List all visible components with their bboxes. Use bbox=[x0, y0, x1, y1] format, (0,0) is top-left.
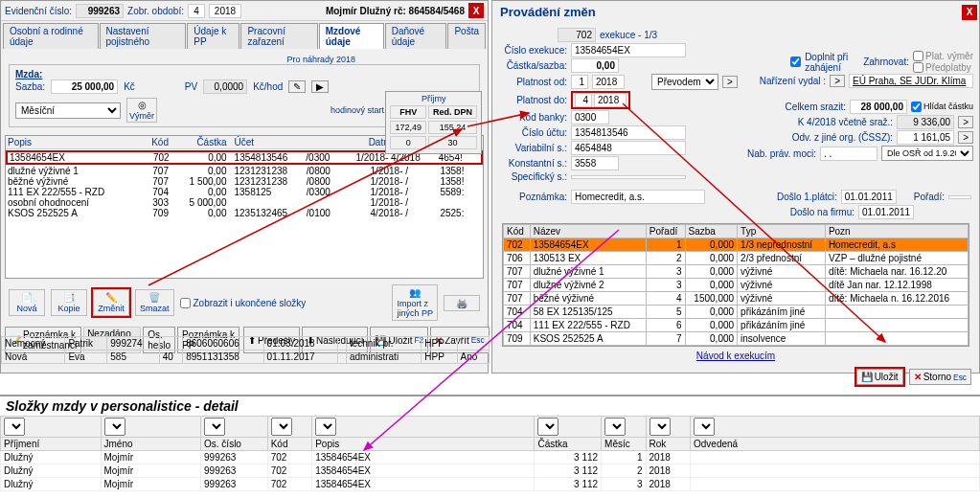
detail-row[interactable]: DlužnýMojmír99926370213584654EX3 1123201… bbox=[1, 478, 980, 491]
list-h-popis[interactable]: Popis bbox=[6, 136, 139, 148]
detail-filter[interactable] bbox=[537, 418, 558, 436]
tab-2[interactable]: Údaje k PP bbox=[187, 23, 239, 49]
detail-header[interactable]: Kód bbox=[267, 438, 311, 451]
tab-0[interactable]: Osobní a rodinné údaje bbox=[3, 23, 99, 49]
kod-banky[interactable]: 0300 bbox=[571, 110, 609, 124]
doplnit-checkbox[interactable] bbox=[790, 57, 801, 67]
navod-link[interactable]: Návod k exekucím bbox=[696, 351, 775, 361]
detail-filter[interactable] bbox=[4, 418, 25, 436]
sazba-value[interactable]: 25 000,00 bbox=[51, 79, 118, 94]
exec-row[interactable]: 706130513 EX20,0002/3 přednostníVZP – dl… bbox=[504, 252, 969, 265]
detail-filter[interactable] bbox=[604, 418, 626, 436]
detail-header[interactable]: Odvedená bbox=[691, 438, 980, 451]
employee-table[interactable]: NemocnýPatrik999274860606060601.03.2018t… bbox=[1, 336, 490, 364]
zobr-ukonc-checkbox[interactable]: Zobrazit i ukončené složky bbox=[180, 298, 307, 308]
exec-header[interactable]: Pořadí bbox=[646, 225, 685, 238]
right-close-icon[interactable]: X bbox=[962, 5, 977, 20]
vymer-button[interactable]: ◎ Výměr bbox=[126, 98, 157, 123]
exec-header[interactable]: Sazba bbox=[685, 225, 738, 238]
import-button[interactable]: 👥Import z jiných PP bbox=[392, 284, 438, 321]
list-row[interactable]: KSOS 252525 A7090,001235132465/01004/201… bbox=[6, 208, 483, 218]
detail-filter[interactable] bbox=[694, 418, 715, 436]
detail-filter[interactable] bbox=[204, 418, 225, 436]
list-h-kod[interactable]: Kód bbox=[139, 136, 171, 148]
tab-5[interactable]: Daňové údaje bbox=[385, 23, 447, 49]
exec-header[interactable]: Název bbox=[530, 225, 646, 238]
hlidat-checkbox[interactable]: Hlídat částku bbox=[911, 102, 973, 112]
list-h-ucet[interactable]: Účet bbox=[229, 136, 305, 148]
detail-header[interactable]: Měsíc bbox=[602, 438, 646, 451]
detail-row[interactable]: DlužnýMojmír99926370213584654EX3 1121201… bbox=[1, 451, 980, 464]
tab-1[interactable]: Nastavení pojistného bbox=[100, 23, 187, 49]
smazat-button[interactable]: 🗑️Smazat bbox=[135, 289, 174, 316]
list-row[interactable]: osobní ohodnocení3035 000,001/2018- / bbox=[6, 197, 483, 208]
osr-select[interactable]: Dle OSŘ od 1.9.2015 bbox=[881, 146, 973, 161]
detail-filter[interactable] bbox=[271, 418, 292, 436]
plat-do-m[interactable]: 4 bbox=[575, 93, 592, 107]
pv-next-button[interactable]: ▶ bbox=[311, 80, 329, 93]
tab-4[interactable]: Mzdové údaje bbox=[319, 23, 384, 49]
tab-6[interactable]: Pošta bbox=[447, 23, 486, 49]
doslo-na-value[interactable]: 01.01.2011 bbox=[858, 205, 914, 219]
detail-header[interactable]: Jméno bbox=[101, 438, 201, 451]
employee-row[interactable]: NemocnýPatrik999274860606060601.03.2018t… bbox=[2, 337, 490, 351]
close-icon[interactable]: X bbox=[468, 3, 484, 18]
nova-button[interactable]: 📄Nová bbox=[9, 289, 45, 316]
pv-edit-button[interactable]: ✎ bbox=[288, 80, 306, 93]
zmenit-button[interactable]: ✏️Změnit bbox=[93, 289, 129, 316]
detail-filter[interactable] bbox=[315, 418, 336, 436]
employee-row[interactable]: NováEva58540895113135801.11.2017administ… bbox=[2, 351, 490, 364]
plat-vymer-checkbox[interactable]: Plat. výměr bbox=[913, 51, 973, 61]
predplatby-checkbox[interactable]: Předplatby bbox=[913, 62, 973, 73]
detail-row[interactable]: DlužnýMojmír99926370213584654EX3 1122201… bbox=[1, 464, 980, 478]
detail-header[interactable]: Os. číslo bbox=[201, 438, 268, 451]
kopie-button[interactable]: 📑Kopie bbox=[51, 289, 87, 316]
print-button[interactable]: 🖨️ bbox=[444, 295, 480, 311]
detail-filter[interactable] bbox=[104, 418, 125, 436]
detail-header[interactable]: Rok bbox=[646, 438, 690, 451]
odv-value[interactable]: 1 161,05 bbox=[897, 130, 954, 145]
doslo-value[interactable]: 01.01.2011 bbox=[841, 190, 897, 204]
detail-header[interactable]: Příjmení bbox=[1, 438, 102, 451]
exec-header[interactable]: Kód bbox=[504, 225, 531, 238]
list-h-castka[interactable]: Částka bbox=[171, 136, 229, 148]
storno-button[interactable]: ✕StornoEsc bbox=[909, 369, 971, 385]
konst-s[interactable]: 3558 bbox=[571, 156, 619, 170]
ulozit-right-button[interactable]: 💾Uložit bbox=[856, 369, 903, 385]
exec-row[interactable]: 707běžné výživné41500,000výživnédítě: Mi… bbox=[504, 292, 969, 306]
exec-header[interactable]: Typ bbox=[738, 225, 826, 238]
exec-grid[interactable]: KódNázevPořadíSazbaTypPozn 70213584654EX… bbox=[502, 223, 969, 347]
narizeni-value[interactable]: EÚ Praha, SE JUDr. Klíma bbox=[849, 74, 973, 88]
plat-od-m[interactable]: 1 bbox=[571, 75, 588, 89]
poradi-value[interactable] bbox=[948, 195, 971, 199]
exec-header[interactable]: Pozn bbox=[825, 225, 968, 238]
k42018-btn[interactable]: > bbox=[958, 116, 973, 128]
cislo-uctu[interactable]: 1354813546 bbox=[571, 125, 686, 140]
exec-row[interactable]: 70213584654EX10,0001/3 nepřednostníHomec… bbox=[504, 238, 969, 252]
detail-grid[interactable]: PříjmeníJménoOs. čísloKódPopisČástkaMěsí… bbox=[0, 416, 980, 491]
mesicni-select[interactable]: Měsíční bbox=[15, 102, 121, 119]
detail-header[interactable]: Popis bbox=[312, 438, 535, 451]
detail-filter[interactable] bbox=[650, 418, 671, 436]
poznamka-value[interactable]: Homecredit, a.s. bbox=[571, 190, 705, 204]
exec-row[interactable]: 704111 EX 222/555 - RZD60,000přikázáním … bbox=[504, 319, 969, 332]
celkem-value[interactable]: 28 000,00 bbox=[850, 100, 907, 114]
exec-row[interactable]: 707dlužné výživné 130,000výživnédítě: Mi… bbox=[504, 265, 969, 279]
list-area[interactable]: Popis Kód Částka Účet Datum do Vs 135846… bbox=[5, 135, 484, 279]
pro-nahrady-label[interactable]: Pro náhrady 2018 bbox=[9, 55, 480, 64]
exec-row[interactable]: 709KSOS 252525 A70,000insolvence bbox=[504, 332, 969, 346]
cislo-exec[interactable]: 13584654EX bbox=[571, 43, 686, 57]
exec-row[interactable]: 707dlužné výživné 230,000výživnédítě Jan… bbox=[504, 279, 969, 292]
plat-do-y[interactable]: 2018 bbox=[594, 93, 627, 107]
var-s[interactable]: 4654848 bbox=[571, 141, 686, 155]
narizeni-btn[interactable]: > bbox=[830, 75, 845, 87]
prevodem-select[interactable]: Převodem bbox=[651, 74, 718, 90]
castka[interactable]: 0,00 bbox=[571, 58, 619, 73]
zobr-month[interactable]: 4 bbox=[188, 4, 205, 18]
spec-s[interactable] bbox=[571, 175, 686, 179]
nab-value[interactable]: . . bbox=[820, 147, 877, 161]
list-row[interactable]: 111 EX 222/555 - RZD7040,001358125/03001… bbox=[6, 187, 483, 197]
exec-row[interactable]: 70458 EX 125135/12550,000přikázáním jiné bbox=[504, 306, 969, 319]
list-row[interactable]: dlužné výživné 17070,001231231238/08001/… bbox=[6, 166, 483, 176]
tab-3[interactable]: Pracovní zařazení bbox=[240, 23, 317, 49]
